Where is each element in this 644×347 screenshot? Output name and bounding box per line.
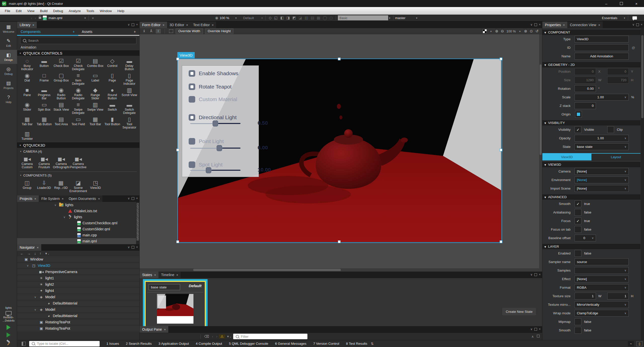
tree-row-view3d[interactable]: ∨◳View3D	[17, 263, 139, 269]
form-zoom-dropdown-icon[interactable]: ▾	[518, 30, 521, 33]
branch-selector[interactable]: master	[395, 16, 406, 20]
property-field[interactable]: [None]∨	[575, 185, 629, 192]
state-card-base-state[interactable]: base state Default	[143, 279, 208, 329]
add-components-icon[interactable]: +	[73, 30, 75, 34]
id-export-icon[interactable]: @	[632, 46, 635, 50]
library-item-tab-bar[interactable]: ▦Tab Bar	[19, 115, 36, 129]
tab-timeline[interactable]: Timeline×	[158, 272, 181, 278]
grid-icon[interactable]: ▦	[315, 16, 321, 20]
tree-row-cmakelists-txt[interactable]: CMakeLists.txt	[17, 208, 139, 214]
no-snapping-icon[interactable]: x̂	[142, 29, 147, 33]
library-item-loader3d[interactable]: ⇩Loader3D	[35, 179, 52, 193]
checkbox-enabled[interactable]	[575, 250, 581, 257]
panel-float-icon[interactable]	[534, 273, 537, 276]
statusbar-7-version-control[interactable]: 7 Version Control	[313, 342, 339, 345]
checkbox-smooth[interactable]	[575, 327, 581, 334]
section-geometry-2d[interactable]: ▾GEOMETRY - 2D	[542, 62, 640, 67]
library-item-text-field[interactable]: ▭Text Field	[70, 115, 87, 129]
library-item-switch[interactable]: ▬Switch	[104, 101, 121, 115]
tab-projects[interactable]: Projects×	[17, 195, 39, 202]
library-item-camera-perspective[interactable]: ◼◂Camera Perspective	[70, 155, 87, 169]
checkbox-rotate-teapot[interactable]	[189, 83, 195, 90]
add-annotation-button[interactable]: Add Annotation	[575, 53, 629, 60]
zoom-level[interactable]: 100 %	[220, 16, 229, 20]
group-icon[interactable]: ◩	[291, 16, 297, 20]
property-field[interactable]: View3D	[575, 36, 629, 42]
property-field[interactable]	[575, 44, 629, 51]
zoom-in-icon[interactable]: ⊕	[495, 29, 498, 33]
properties-scrollbar[interactable]	[641, 28, 644, 340]
checkbox-enable-shadows[interactable]	[189, 70, 195, 77]
menu-edit[interactable]: Edit	[13, 7, 24, 15]
output-panes-menu-icon[interactable]: ⇅	[371, 342, 374, 346]
panel-close-icon[interactable]: ×	[136, 245, 138, 249]
style-dropdown-icon[interactable]: ▾	[254, 17, 264, 19]
property-field[interactable]: ∨	[575, 267, 629, 274]
tab-layout[interactable]: Layout	[591, 154, 640, 160]
mode-projects[interactable]: ▤Projects	[0, 78, 17, 92]
library-item-control[interactable]: ◇Control	[104, 57, 121, 71]
menu-build[interactable]: Build	[37, 7, 50, 15]
library-item-radio-delegate[interactable]: ◉Radio Delegate	[70, 86, 87, 100]
dropdown-icon[interactable]: ∨	[624, 286, 626, 289]
dropdown-icon[interactable]: ∨	[624, 137, 626, 140]
property-field[interactable]: RGBA∨	[575, 284, 629, 291]
editor-tab-text-editor[interactable]: Text Editor×	[191, 22, 216, 28]
selection-handle[interactable]	[338, 58, 341, 60]
create-new-state-button[interactable]: Create New State	[502, 308, 536, 315]
mode-edit[interactable]: ✎Edit	[0, 36, 17, 50]
editor-tab-form-editor[interactable]: Form Editor×	[140, 22, 167, 28]
property-field[interactable]: 1.00 ∨	[575, 135, 629, 142]
section-qtquick-controls[interactable]: ▾QTQUICK CONTROLS	[17, 50, 139, 56]
tree-row-defaultmaterial[interactable]: ◕DefaultMaterial	[17, 300, 139, 306]
filter-menu-icon[interactable]: ▼⌄	[225, 335, 233, 338]
library-item-round-button[interactable]: ●Round Button	[104, 86, 121, 100]
tab-file-system[interactable]: File System×	[39, 195, 66, 202]
library-item-tumbler[interactable]: ▥Tumbler	[19, 130, 36, 141]
library-item-scroll-view[interactable]: ▥Scroll View	[121, 86, 138, 100]
reset-view-icon[interactable]: ↺	[535, 29, 539, 33]
columns-icon[interactable]: ▤	[309, 16, 315, 20]
dropdown-icon[interactable]: ∨	[624, 170, 626, 173]
library-item-camera-frustum[interactable]: ◼◂Camera Frustum	[36, 155, 53, 169]
forward-icon[interactable]: ›	[33, 16, 37, 20]
nav-left-icon[interactable]: ←	[20, 251, 24, 255]
form-zoom-level[interactable]: 100 %	[506, 29, 516, 33]
origin-selector[interactable]	[575, 111, 582, 118]
document-dropdown-icon[interactable]: ▾	[62, 17, 87, 19]
property-field[interactable]: 0∨	[575, 235, 596, 241]
dropdown-icon[interactable]: ∨	[624, 303, 626, 306]
toolbar-search-input[interactable]: Basic	[338, 15, 388, 20]
panel-collapse-icon[interactable]: ∨	[128, 23, 130, 26]
statusbar-4-compile-output[interactable]: 4 Compile Output	[196, 342, 222, 345]
split-pane-icon[interactable]	[537, 335, 540, 337]
tree-row-main-cpp[interactable]: main.cpp	[17, 232, 139, 238]
toolbar-search-dropdown-icon[interactable]: ▾	[388, 17, 391, 19]
property-field[interactable]: 1	[575, 293, 596, 299]
library-item-swipe-view[interactable]: ▥Swipe View	[87, 101, 104, 115]
library-item-text-area[interactable]: ▤Text Area	[53, 115, 70, 129]
property-field[interactable]: source	[575, 258, 629, 265]
checkbox-visible[interactable]: ✓	[575, 126, 581, 133]
expand-icon[interactable]: ∨	[34, 308, 37, 311]
tree-row-light4[interactable]: ✦light4	[17, 288, 139, 294]
tab-close-icon[interactable]: ×	[598, 23, 600, 27]
property-field[interactable]: 0	[575, 68, 596, 75]
panel-float-icon[interactable]	[132, 197, 134, 200]
library-item-spin-box[interactable]: ▭Spin Box	[36, 101, 53, 115]
statusbar-2-search-results[interactable]: 2 Search Results	[126, 342, 152, 345]
library-item-group-box[interactable]: ▢Group Box	[53, 71, 70, 85]
panel-close-icon[interactable]: ×	[136, 23, 138, 26]
library-item-label[interactable]: ▭Label	[87, 71, 104, 85]
property-field[interactable]: 0	[575, 102, 596, 109]
dropdown-icon[interactable]: ∨	[624, 269, 626, 272]
property-field[interactable]: 720	[607, 77, 629, 83]
selection-handle[interactable]	[176, 149, 179, 151]
maximize-button[interactable]	[614, 0, 629, 7]
anchor-icon[interactable]: ◧	[279, 16, 285, 20]
library-item-pane[interactable]: ■Pane	[19, 86, 36, 100]
show-bounds-icon[interactable]	[169, 29, 174, 33]
tree-row-rotatingteapot[interactable]: ▣RotatingTeaPot	[17, 319, 139, 325]
library-item-tab-button[interactable]: ▦Tab Button	[36, 115, 53, 129]
next-item-icon[interactable]: ›	[215, 334, 219, 338]
